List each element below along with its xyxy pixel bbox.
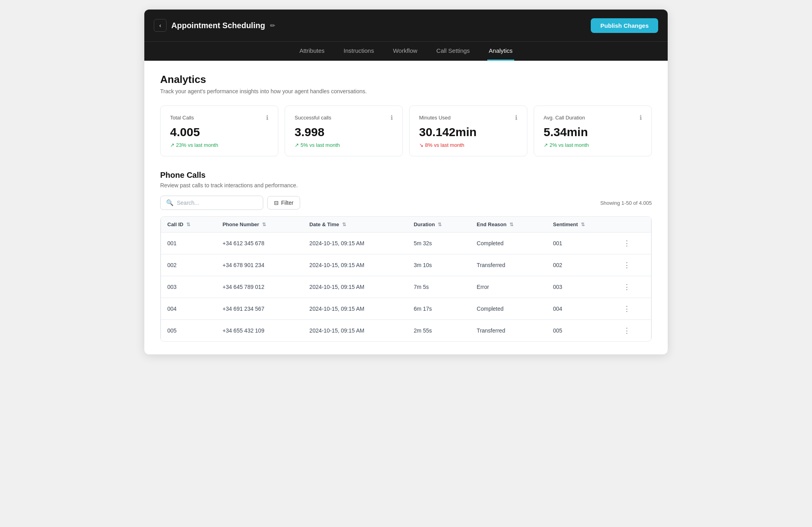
cell-end-reason-1: Transferred [470, 254, 546, 276]
nav-analytics[interactable]: Analytics [487, 42, 514, 61]
header: ‹ Appointment Scheduling ✏ Publish Chang… [144, 10, 668, 41]
stat-value-3: 5.34min [544, 125, 642, 139]
sort-icon-end-reason: ⇅ [509, 222, 513, 227]
stat-label-text-2: Minutes Used [419, 115, 450, 121]
stat-change-text-2: 8% vs last month [425, 142, 464, 148]
cell-sentiment-2: 003 [547, 276, 615, 298]
page-subtitle: Track your agent's performance insights … [160, 88, 652, 94]
cell-phone-0: +34 612 345 678 [216, 233, 303, 254]
trend-icon-0: ↗ [170, 142, 174, 148]
table-row-0: 001 +34 612 345 678 2024-10-15, 09:15 AM… [161, 233, 651, 254]
cell-actions-3: ⋮ [615, 298, 651, 320]
cell-end-reason-2: Error [470, 276, 546, 298]
cell-end-reason-4: Transferred [470, 320, 546, 342]
showing-text: Showing 1-50 of 4.005 [600, 200, 652, 206]
calls-table-wrapper: Call ID ⇅ Phone Number ⇅ Date & Time ⇅ D… [160, 216, 652, 342]
info-icon-3[interactable]: ℹ [640, 114, 642, 121]
more-button-3[interactable]: ⋮ [622, 304, 632, 313]
stat-value-1: 3.998 [295, 125, 393, 139]
search-icon: 🔍 [166, 199, 174, 206]
table-toolbar: 🔍 ⊟ Filter Showing 1-50 of 4.005 [160, 196, 652, 210]
nav-workflow[interactable]: Workflow [391, 42, 419, 61]
phone-calls-title: Phone Calls [160, 171, 652, 180]
info-icon-1[interactable]: ℹ [391, 114, 393, 121]
phone-calls-subtitle: Review past calls to track interactions … [160, 182, 652, 188]
back-button[interactable]: ‹ [154, 19, 167, 32]
col-sentiment[interactable]: Sentiment ⇅ [547, 217, 615, 233]
trend-icon-2: ↘ [419, 142, 423, 148]
cell-actions-2: ⋮ [615, 276, 651, 298]
cell-duration-3: 6m 17s [407, 298, 470, 320]
stat-change-1: ↗ 5% vs last month [295, 142, 393, 148]
cell-phone-4: +34 655 432 109 [216, 320, 303, 342]
filter-button[interactable]: ⊟ Filter [267, 196, 300, 210]
cell-datetime-1: 2024-10-15, 09:15 AM [303, 254, 407, 276]
cell-call-id-2: 003 [161, 276, 216, 298]
stat-change-0: ↗ 23% vs last month [170, 142, 268, 148]
stat-change-3: ↗ 2% vs last month [544, 142, 642, 148]
cell-actions-0: ⋮ [615, 233, 651, 254]
stat-label-text-3: Avg. Call Duration [544, 115, 585, 121]
stat-value-2: 30.142min [419, 125, 517, 139]
app-window: ‹ Appointment Scheduling ✏ Publish Chang… [144, 10, 668, 354]
col-call-id[interactable]: Call ID ⇅ [161, 217, 216, 233]
table-row-1: 002 +34 678 901 234 2024-10-15, 09:15 AM… [161, 254, 651, 276]
nav: Attributes Instructions Workflow Call Se… [144, 41, 668, 61]
edit-icon[interactable]: ✏ [270, 22, 275, 29]
more-button-4[interactable]: ⋮ [622, 326, 632, 335]
sort-icon-sentiment: ⇅ [581, 222, 585, 227]
more-button-0[interactable]: ⋮ [622, 239, 632, 248]
col-phone[interactable]: Phone Number ⇅ [216, 217, 303, 233]
stat-label-1: Successful calls ℹ [295, 114, 393, 121]
stat-card-0: Total Calls ℹ 4.005 ↗ 23% vs last month [160, 106, 278, 156]
trend-icon-3: ↗ [544, 142, 548, 148]
col-datetime[interactable]: Date & Time ⇅ [303, 217, 407, 233]
stats-grid: Total Calls ℹ 4.005 ↗ 23% vs last month … [160, 106, 652, 156]
info-icon-2[interactable]: ℹ [515, 114, 517, 121]
search-box: 🔍 [160, 196, 263, 210]
stat-change-text-3: 2% vs last month [550, 142, 589, 148]
stat-change-text-0: 23% vs last month [176, 142, 218, 148]
table-header: Call ID ⇅ Phone Number ⇅ Date & Time ⇅ D… [161, 217, 651, 233]
cell-datetime-0: 2024-10-15, 09:15 AM [303, 233, 407, 254]
cell-sentiment-4: 005 [547, 320, 615, 342]
cell-datetime-2: 2024-10-15, 09:15 AM [303, 276, 407, 298]
stat-label-3: Avg. Call Duration ℹ [544, 114, 642, 121]
cell-call-id-0: 001 [161, 233, 216, 254]
cell-actions-1: ⋮ [615, 254, 651, 276]
more-button-1[interactable]: ⋮ [622, 261, 632, 269]
cell-sentiment-1: 002 [547, 254, 615, 276]
sort-icon-call-id: ⇅ [186, 222, 190, 227]
more-button-2[interactable]: ⋮ [622, 283, 632, 291]
cell-duration-0: 5m 32s [407, 233, 470, 254]
table-row-3: 004 +34 691 234 567 2024-10-15, 09:15 AM… [161, 298, 651, 320]
col-duration[interactable]: Duration ⇅ [407, 217, 470, 233]
stat-label-text-0: Total Calls [170, 115, 194, 121]
stat-change-text-1: 5% vs last month [301, 142, 340, 148]
page-title: Analytics [160, 73, 652, 86]
stat-label-text-1: Successful calls [295, 115, 331, 121]
stat-card-3: Avg. Call Duration ℹ 5.34min ↗ 2% vs las… [534, 106, 652, 156]
publish-button[interactable]: Publish Changes [591, 18, 658, 33]
stat-value-0: 4.005 [170, 125, 268, 139]
search-input[interactable] [177, 200, 257, 206]
cell-actions-4: ⋮ [615, 320, 651, 342]
stat-change-2: ↘ 8% vs last month [419, 142, 517, 148]
cell-phone-1: +34 678 901 234 [216, 254, 303, 276]
cell-call-id-3: 004 [161, 298, 216, 320]
nav-attributes[interactable]: Attributes [298, 42, 326, 61]
table-body: 001 +34 612 345 678 2024-10-15, 09:15 AM… [161, 233, 651, 342]
cell-datetime-4: 2024-10-15, 09:15 AM [303, 320, 407, 342]
filter-icon: ⊟ [274, 200, 279, 206]
app-title: Appointment Scheduling [171, 21, 265, 30]
nav-instructions[interactable]: Instructions [342, 42, 376, 61]
cell-call-id-4: 005 [161, 320, 216, 342]
calls-table: Call ID ⇅ Phone Number ⇅ Date & Time ⇅ D… [161, 217, 651, 341]
table-row-4: 005 +34 655 432 109 2024-10-15, 09:15 AM… [161, 320, 651, 342]
info-icon-0[interactable]: ℹ [266, 114, 268, 121]
col-end-reason[interactable]: End Reason ⇅ [470, 217, 546, 233]
filter-label: Filter [281, 200, 293, 206]
stat-card-2: Minutes Used ℹ 30.142min ↘ 8% vs last mo… [409, 106, 527, 156]
nav-call-settings[interactable]: Call Settings [435, 42, 471, 61]
page-content: Analytics Track your agent's performance… [144, 61, 668, 354]
